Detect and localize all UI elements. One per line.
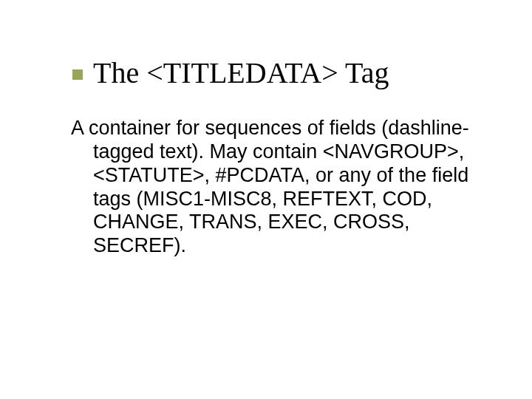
slide-title-row: The <TITLEDATA> Tag: [72, 58, 473, 89]
slide-body: A container for sequences of fields (das…: [71, 117, 473, 258]
slide-title: The <TITLEDATA> Tag: [93, 58, 389, 89]
slide: The <TITLEDATA> Tag A container for sequ…: [0, 0, 532, 399]
slide-body-text: A container for sequences of fields (das…: [71, 117, 469, 256]
title-bullet-icon: [72, 69, 83, 80]
